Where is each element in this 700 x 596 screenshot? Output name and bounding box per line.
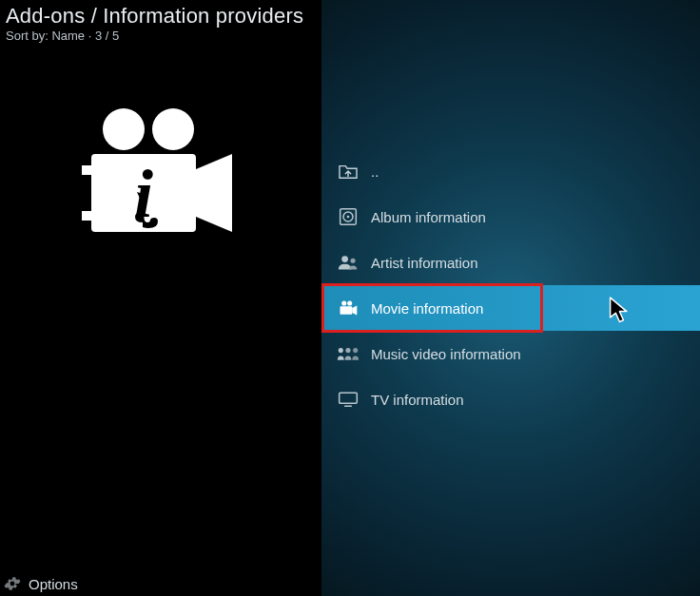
addon-list: .. Album information <box>321 148 700 422</box>
footer-options-label: Options <box>29 576 78 592</box>
footer-options[interactable]: Options <box>4 575 78 592</box>
svg-point-15 <box>339 348 343 353</box>
svg-point-13 <box>347 300 352 305</box>
music-video-icon <box>335 340 361 367</box>
movie-icon <box>335 295 361 321</box>
svg-point-17 <box>353 348 358 353</box>
svg-rect-4 <box>82 211 91 221</box>
header: Add-ons / Information providers Sort by:… <box>0 0 321 43</box>
list-item-parent[interactable]: .. <box>321 148 700 194</box>
list-label: Artist information <box>371 255 478 271</box>
right-panel: .. Album information <box>321 0 700 596</box>
list-item-tv[interactable]: TV information <box>321 376 700 422</box>
svg-rect-14 <box>340 306 353 314</box>
list-item-album[interactable]: Album information <box>321 194 700 240</box>
list-label: Music video information <box>371 346 521 362</box>
page-title: Add-ons / Information providers <box>6 4 316 29</box>
svg-point-9 <box>347 216 350 219</box>
list-label: .. <box>371 163 379 180</box>
svg-point-0 <box>103 108 145 150</box>
svg-point-12 <box>341 300 346 305</box>
list-label: Movie information <box>371 300 483 317</box>
list-item-artist[interactable]: Artist information <box>321 240 700 285</box>
svg-point-6 <box>10 582 15 586</box>
sort-status: Sort by: Name · 3 / 5 <box>6 29 316 43</box>
album-icon <box>335 203 361 230</box>
category-icon: i <box>68 101 240 253</box>
list-label: Album information <box>371 209 486 225</box>
artist-icon <box>335 249 361 276</box>
tv-icon <box>335 386 361 413</box>
list-label: TV information <box>371 392 464 408</box>
list-item-music-video[interactable]: Music video information <box>321 331 700 376</box>
left-panel: Add-ons / Information providers Sort by:… <box>0 0 321 596</box>
list-item-movie[interactable]: Movie information <box>321 285 700 331</box>
svg-point-16 <box>345 348 350 353</box>
svg-rect-3 <box>82 165 91 175</box>
gear-icon <box>4 575 21 592</box>
folder-up-icon <box>335 158 361 184</box>
svg-point-10 <box>341 256 348 262</box>
svg-text:i: i <box>134 156 153 232</box>
svg-point-11 <box>351 259 356 263</box>
svg-point-1 <box>152 108 194 150</box>
svg-rect-18 <box>340 393 358 403</box>
